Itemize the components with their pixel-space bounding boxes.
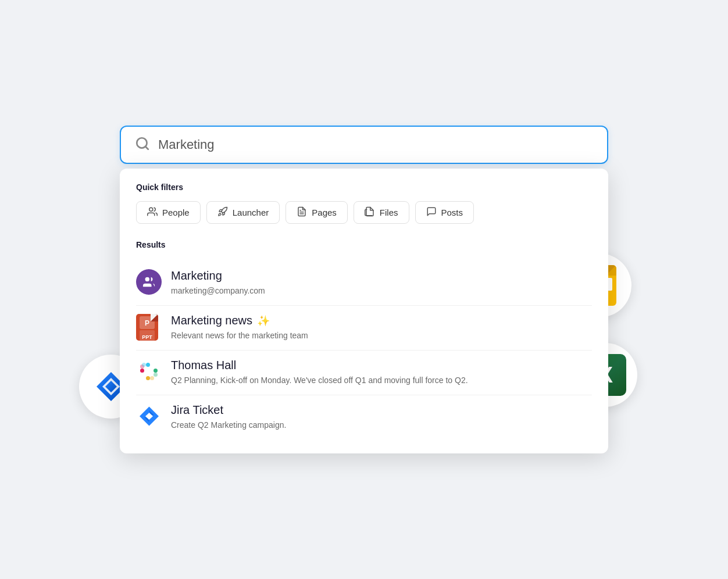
- search-panel: Marketing Quick filters People: [120, 126, 608, 453]
- results-title: Results: [136, 240, 592, 249]
- svg-rect-8: [146, 363, 150, 367]
- search-icon: [135, 136, 150, 153]
- marketing-content: Marketing marketing@company.com: [171, 269, 592, 297]
- thomas-hall-subtitle: Q2 Planning, Kick-off on Monday. We've c…: [171, 374, 592, 387]
- result-jira-ticket[interactable]: Jira Ticket Create Q2 Marketing campaign…: [136, 395, 592, 439]
- quick-filters-row: People Launcher: [136, 201, 592, 224]
- filter-launcher-label: Launcher: [233, 208, 269, 217]
- people-icon: [147, 206, 158, 219]
- rocket-icon: [217, 206, 228, 219]
- marketing-news-subtitle: Relevant news for the marketing team: [171, 330, 592, 342]
- jira-ticket-subtitle: Create Q2 Marketing campaign.: [171, 419, 592, 431]
- marketing-news-content: Marketing news ✨ Relevant news for the m…: [171, 314, 592, 342]
- quick-filters-title: Quick filters: [136, 183, 592, 192]
- filter-posts[interactable]: Posts: [415, 201, 474, 224]
- filter-pages-label: Pages: [312, 208, 337, 217]
- page-icon: [297, 206, 307, 219]
- thomas-hall-name: Thomas Hall: [171, 359, 236, 372]
- files-icon: [365, 206, 375, 219]
- posts-icon: [426, 206, 437, 219]
- marketing-avatar: [136, 269, 162, 295]
- slack-icon: [136, 359, 162, 384]
- svg-rect-10: [154, 369, 158, 373]
- dropdown-panel: Quick filters People: [120, 169, 608, 453]
- page-wrapper: X: [114, 126, 614, 453]
- jira-ticket-name: Jira Ticket: [171, 403, 223, 417]
- svg-point-2: [149, 208, 153, 211]
- svg-rect-6: [140, 369, 144, 373]
- result-marketing-news[interactable]: P PPT Marketing news ✨ Relevant news for…: [136, 306, 592, 350]
- ppt-icon: P PPT: [136, 314, 162, 339]
- marketing-name: Marketing: [171, 269, 222, 283]
- search-input-container[interactable]: Marketing: [120, 126, 608, 164]
- svg-point-5: [145, 277, 149, 281]
- svg-rect-9: [142, 363, 146, 367]
- sparkle-icon: ✨: [257, 314, 270, 327]
- filter-pages[interactable]: Pages: [286, 201, 348, 224]
- filter-posts-label: Posts: [441, 208, 463, 217]
- marketing-subtitle: marketing@company.com: [171, 285, 592, 297]
- marketing-news-name: Marketing news: [171, 314, 252, 327]
- svg-rect-12: [146, 376, 150, 380]
- filter-people[interactable]: People: [136, 201, 201, 224]
- jira-result-icon: [136, 403, 162, 429]
- filter-files[interactable]: Files: [354, 201, 409, 224]
- filter-files-label: Files: [380, 208, 398, 217]
- thomas-hall-content: Thomas Hall Q2 Planning, Kick-off on Mon…: [171, 359, 592, 387]
- search-input-value: Marketing: [158, 137, 593, 152]
- svg-line-1: [145, 146, 148, 149]
- filter-people-label: People: [162, 208, 190, 217]
- jira-ticket-content: Jira Ticket Create Q2 Marketing campaign…: [171, 403, 592, 431]
- svg-rect-13: [150, 376, 154, 380]
- result-thomas-hall[interactable]: Thomas Hall Q2 Planning, Kick-off on Mon…: [136, 351, 592, 395]
- filter-launcher[interactable]: Launcher: [206, 201, 280, 224]
- result-marketing[interactable]: Marketing marketing@company.com: [136, 261, 592, 305]
- svg-rect-11: [154, 373, 158, 377]
